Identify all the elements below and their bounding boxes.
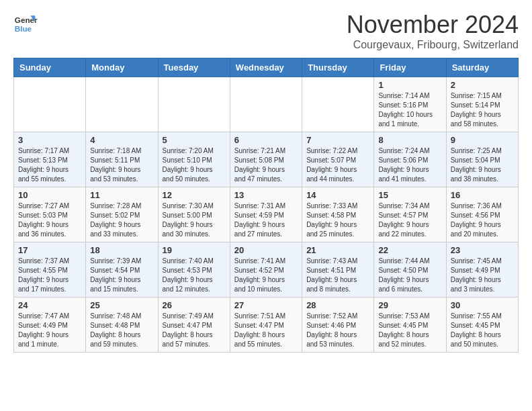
day-info: Sunrise: 7:21 AM Sunset: 5:08 PM Dayligh…: [234, 146, 298, 184]
day-number: 11: [90, 190, 153, 200]
day-number: 14: [306, 190, 369, 200]
calendar-cell: 19Sunrise: 7:40 AM Sunset: 4:53 PM Dayli…: [158, 242, 230, 298]
calendar-cell: 11Sunrise: 7:28 AM Sunset: 5:02 PM Dayli…: [86, 187, 158, 242]
calendar-cell: 16Sunrise: 7:36 AM Sunset: 4:56 PM Dayli…: [446, 187, 518, 242]
calendar-cell: 10Sunrise: 7:27 AM Sunset: 5:03 PM Dayli…: [14, 187, 86, 242]
day-info: Sunrise: 7:25 AM Sunset: 5:04 PM Dayligh…: [451, 146, 514, 184]
day-number: 20: [234, 245, 298, 255]
day-number: 2: [451, 80, 514, 90]
logo-icon: General Blue: [13, 11, 38, 35]
calendar-cell: 25Sunrise: 7:48 AM Sunset: 4:48 PM Dayli…: [86, 298, 158, 353]
svg-text:Blue: Blue: [15, 24, 32, 33]
day-info: Sunrise: 7:30 AM Sunset: 5:00 PM Dayligh…: [163, 201, 226, 239]
day-number: 7: [306, 135, 369, 145]
calendar-cell: 6Sunrise: 7:21 AM Sunset: 5:08 PM Daylig…: [230, 132, 302, 187]
logo: General Blue: [13, 11, 40, 35]
day-info: Sunrise: 7:44 AM Sunset: 4:50 PM Dayligh…: [378, 257, 441, 294]
day-info: Sunrise: 7:49 AM Sunset: 4:47 PM Dayligh…: [163, 312, 226, 349]
calendar-cell: 21Sunrise: 7:43 AM Sunset: 4:51 PM Dayli…: [302, 242, 374, 298]
day-number: 19: [163, 245, 226, 255]
day-number: 21: [306, 245, 369, 255]
calendar-week-row: 17Sunrise: 7:37 AM Sunset: 4:55 PM Dayli…: [14, 242, 519, 298]
calendar-cell: 17Sunrise: 7:37 AM Sunset: 4:55 PM Dayli…: [14, 242, 86, 298]
calendar-cell: 23Sunrise: 7:45 AM Sunset: 4:49 PM Dayli…: [446, 242, 518, 298]
calendar-cell: 1Sunrise: 7:14 AM Sunset: 5:16 PM Daylig…: [374, 77, 446, 132]
calendar-cell: [302, 77, 374, 132]
weekday-header: Wednesday: [230, 58, 302, 77]
day-number: 29: [378, 300, 441, 310]
calendar-body: 1Sunrise: 7:14 AM Sunset: 5:16 PM Daylig…: [14, 77, 519, 353]
calendar-cell: 26Sunrise: 7:49 AM Sunset: 4:47 PM Dayli…: [158, 298, 230, 353]
day-info: Sunrise: 7:15 AM Sunset: 5:14 PM Dayligh…: [451, 91, 514, 129]
calendar-cell: 4Sunrise: 7:18 AM Sunset: 5:11 PM Daylig…: [86, 132, 158, 187]
day-info: Sunrise: 7:14 AM Sunset: 5:16 PM Dayligh…: [378, 91, 441, 129]
day-info: Sunrise: 7:27 AM Sunset: 5:03 PM Dayligh…: [18, 201, 81, 239]
calendar-cell: 12Sunrise: 7:30 AM Sunset: 5:00 PM Dayli…: [158, 187, 230, 242]
calendar-cell: [86, 77, 158, 132]
calendar-cell: 3Sunrise: 7:17 AM Sunset: 5:13 PM Daylig…: [14, 132, 86, 187]
day-number: 8: [378, 135, 441, 145]
day-info: Sunrise: 7:52 AM Sunset: 4:46 PM Dayligh…: [306, 312, 369, 349]
day-info: Sunrise: 7:31 AM Sunset: 4:59 PM Dayligh…: [234, 201, 298, 239]
calendar-cell: 7Sunrise: 7:22 AM Sunset: 5:07 PM Daylig…: [302, 132, 374, 187]
day-number: 4: [90, 135, 153, 145]
calendar-cell: 27Sunrise: 7:51 AM Sunset: 4:47 PM Dayli…: [230, 298, 302, 353]
calendar-header: SundayMondayTuesdayWednesdayThursdayFrid…: [14, 58, 519, 77]
header-row: SundayMondayTuesdayWednesdayThursdayFrid…: [14, 58, 519, 77]
day-info: Sunrise: 7:37 AM Sunset: 4:55 PM Dayligh…: [18, 257, 81, 294]
calendar-cell: [230, 77, 302, 132]
day-number: 24: [18, 300, 81, 310]
calendar-cell: 9Sunrise: 7:25 AM Sunset: 5:04 PM Daylig…: [446, 132, 518, 187]
month-title: November 2024: [347, 11, 519, 39]
day-number: 5: [163, 135, 226, 145]
calendar-cell: 14Sunrise: 7:33 AM Sunset: 4:58 PM Dayli…: [302, 187, 374, 242]
calendar-week-row: 10Sunrise: 7:27 AM Sunset: 5:03 PM Dayli…: [14, 187, 519, 242]
day-number: 13: [234, 190, 298, 200]
calendar-cell: 29Sunrise: 7:53 AM Sunset: 4:45 PM Dayli…: [374, 298, 446, 353]
calendar-cell: 15Sunrise: 7:34 AM Sunset: 4:57 PM Dayli…: [374, 187, 446, 242]
header: General Blue November 2024 Courgevaux, F…: [13, 11, 519, 51]
weekday-header: Sunday: [14, 58, 86, 77]
calendar-cell: 24Sunrise: 7:47 AM Sunset: 4:49 PM Dayli…: [14, 298, 86, 353]
day-number: 9: [451, 135, 514, 145]
day-info: Sunrise: 7:47 AM Sunset: 4:49 PM Dayligh…: [18, 312, 81, 349]
day-info: Sunrise: 7:41 AM Sunset: 4:52 PM Dayligh…: [234, 257, 298, 294]
calendar-week-row: 1Sunrise: 7:14 AM Sunset: 5:16 PM Daylig…: [14, 77, 519, 132]
day-info: Sunrise: 7:36 AM Sunset: 4:56 PM Dayligh…: [451, 201, 514, 239]
day-info: Sunrise: 7:55 AM Sunset: 4:45 PM Dayligh…: [451, 312, 514, 349]
day-info: Sunrise: 7:39 AM Sunset: 4:54 PM Dayligh…: [90, 257, 153, 294]
day-info: Sunrise: 7:22 AM Sunset: 5:07 PM Dayligh…: [306, 146, 369, 184]
day-info: Sunrise: 7:43 AM Sunset: 4:51 PM Dayligh…: [306, 257, 369, 294]
calendar-cell: 22Sunrise: 7:44 AM Sunset: 4:50 PM Dayli…: [374, 242, 446, 298]
weekday-header: Thursday: [302, 58, 374, 77]
day-number: 28: [306, 300, 369, 310]
day-number: 17: [18, 245, 81, 255]
day-number: 6: [234, 135, 298, 145]
day-info: Sunrise: 7:48 AM Sunset: 4:48 PM Dayligh…: [90, 312, 153, 349]
day-info: Sunrise: 7:45 AM Sunset: 4:49 PM Dayligh…: [451, 257, 514, 294]
day-info: Sunrise: 7:51 AM Sunset: 4:47 PM Dayligh…: [234, 312, 298, 349]
calendar-cell: 20Sunrise: 7:41 AM Sunset: 4:52 PM Dayli…: [230, 242, 302, 298]
weekday-header: Saturday: [446, 58, 518, 77]
calendar-table: SundayMondayTuesdayWednesdayThursdayFrid…: [13, 58, 519, 353]
day-number: 10: [18, 190, 81, 200]
day-info: Sunrise: 7:18 AM Sunset: 5:11 PM Dayligh…: [90, 146, 153, 184]
day-number: 23: [451, 245, 514, 255]
calendar-cell: 30Sunrise: 7:55 AM Sunset: 4:45 PM Dayli…: [446, 298, 518, 353]
weekday-header: Monday: [86, 58, 158, 77]
weekday-header: Friday: [374, 58, 446, 77]
day-info: Sunrise: 7:40 AM Sunset: 4:53 PM Dayligh…: [163, 257, 226, 294]
day-number: 25: [90, 300, 153, 310]
day-number: 15: [378, 190, 441, 200]
location: Courgevaux, Fribourg, Switzerland: [347, 39, 519, 51]
calendar-cell: 8Sunrise: 7:24 AM Sunset: 5:06 PM Daylig…: [374, 132, 446, 187]
day-number: 18: [90, 245, 153, 255]
page-container: General Blue November 2024 Courgevaux, F…: [0, 0, 532, 363]
day-number: 12: [163, 190, 226, 200]
calendar-cell: 5Sunrise: 7:20 AM Sunset: 5:10 PM Daylig…: [158, 132, 230, 187]
calendar-cell: 2Sunrise: 7:15 AM Sunset: 5:14 PM Daylig…: [446, 77, 518, 132]
day-number: 16: [451, 190, 514, 200]
day-info: Sunrise: 7:28 AM Sunset: 5:02 PM Dayligh…: [90, 201, 153, 239]
calendar-week-row: 24Sunrise: 7:47 AM Sunset: 4:49 PM Dayli…: [14, 298, 519, 353]
day-number: 3: [18, 135, 81, 145]
